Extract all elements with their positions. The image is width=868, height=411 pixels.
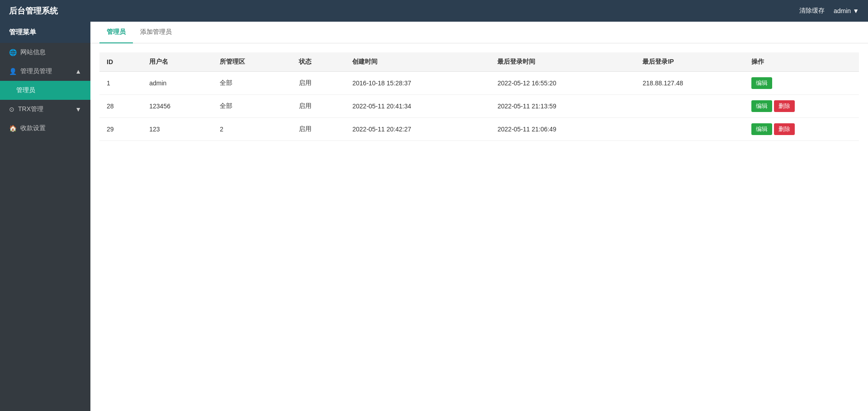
cell-created-time: 2022-05-11 20:42:27 bbox=[345, 118, 490, 141]
tabs: 管理员 添加管理员 bbox=[90, 22, 868, 43]
col-status: 状态 bbox=[292, 52, 345, 72]
cell-managed-area: 全部 bbox=[212, 72, 291, 95]
cell-status: 启用 bbox=[292, 95, 345, 118]
tab-add-admin[interactable]: 添加管理员 bbox=[133, 22, 179, 43]
sidebar-item-label: 管理员管理 bbox=[20, 67, 52, 75]
sidebar-item-label: 管理员 bbox=[16, 86, 35, 94]
cell-last-login-time: 2022-05-11 21:06:49 bbox=[490, 118, 635, 141]
cell-last-login-ip bbox=[635, 95, 744, 118]
cell-managed-area: 2 bbox=[212, 118, 291, 141]
dropdown-arrow-icon: ▼ bbox=[853, 7, 859, 14]
table-row: 1admin全部启用2016-10-18 15:28:372022-05-12 … bbox=[99, 72, 859, 95]
table-row: 291232启用2022-05-11 20:42:272022-05-11 21… bbox=[99, 118, 859, 141]
cell-username: admin bbox=[142, 72, 212, 95]
sidebar-item-website-info[interactable]: 🌐 网站信息 bbox=[0, 43, 90, 62]
col-created-time: 创建时间 bbox=[345, 52, 490, 72]
layout: 管理菜单 🌐 网站信息 👤 管理员管理 ▲ 管理员 ⊙ TRX管理 ▼ bbox=[0, 22, 868, 411]
app-title: 后台管理系统 bbox=[9, 5, 58, 16]
cell-operation: 编辑 bbox=[744, 72, 859, 95]
sidebar-item-trx-manage[interactable]: ⊙ TRX管理 ▼ bbox=[0, 100, 90, 119]
sidebar-item-label: 收款设置 bbox=[20, 124, 46, 132]
user-dropdown[interactable]: admin ▼ bbox=[834, 7, 859, 14]
edit-button[interactable]: 编辑 bbox=[751, 100, 772, 112]
cell-managed-area: 全部 bbox=[212, 95, 291, 118]
sidebar: 管理菜单 🌐 网站信息 👤 管理员管理 ▲ 管理员 ⊙ TRX管理 ▼ bbox=[0, 22, 90, 411]
col-last-login-time: 最后登录时间 bbox=[490, 52, 635, 72]
table-area: ID 用户名 所管理区 状态 创建时间 最后登录时间 最后登录IP 操作 1ad… bbox=[90, 43, 868, 150]
main-content: 管理员 添加管理员 ID 用户名 所管理区 状态 创建时间 最后登录时间 最后登… bbox=[90, 22, 868, 411]
delete-button[interactable]: 删除 bbox=[774, 123, 795, 135]
table-row: 28123456全部启用2022-05-11 20:41:342022-05-1… bbox=[99, 95, 859, 118]
cell-id: 28 bbox=[99, 95, 142, 118]
edit-button[interactable]: 编辑 bbox=[751, 123, 772, 135]
cell-last-login-time: 2022-05-11 21:13:59 bbox=[490, 95, 635, 118]
cell-status: 启用 bbox=[292, 72, 345, 95]
col-operation: 操作 bbox=[744, 52, 859, 72]
cell-created-time: 2016-10-18 15:28:37 bbox=[345, 72, 490, 95]
sidebar-item-label: TRX管理 bbox=[18, 105, 43, 113]
sidebar-item-admin[interactable]: 管理员 bbox=[0, 81, 90, 100]
admin-table: ID 用户名 所管理区 状态 创建时间 最后登录时间 最后登录IP 操作 1ad… bbox=[99, 52, 859, 141]
sidebar-item-payment-settings[interactable]: 🏠 收款设置 bbox=[0, 119, 90, 138]
edit-button[interactable]: 编辑 bbox=[751, 77, 772, 89]
cell-username: 123456 bbox=[142, 95, 212, 118]
col-id: ID bbox=[99, 52, 142, 72]
header: 后台管理系统 清除缓存 admin ▼ bbox=[0, 0, 868, 22]
cell-created-time: 2022-05-11 20:41:34 bbox=[345, 95, 490, 118]
globe-icon: 🌐 bbox=[9, 49, 17, 56]
cell-last-login-ip: 218.88.127.48 bbox=[635, 72, 744, 95]
username-label: admin bbox=[834, 7, 851, 14]
sidebar-item-admin-manage[interactable]: 👤 管理员管理 ▲ bbox=[0, 62, 90, 81]
chevron-up-icon: ▲ bbox=[75, 68, 81, 75]
cell-operation: 编辑删除 bbox=[744, 118, 859, 141]
cell-status: 启用 bbox=[292, 118, 345, 141]
cell-last-login-ip bbox=[635, 118, 744, 141]
clear-cache-button[interactable]: 清除缓存 bbox=[799, 7, 825, 15]
cell-id: 29 bbox=[99, 118, 142, 141]
cell-last-login-time: 2022-05-12 16:55:20 bbox=[490, 72, 635, 95]
header-right: 清除缓存 admin ▼ bbox=[799, 7, 859, 15]
trx-icon: ⊙ bbox=[9, 106, 14, 113]
cell-operation: 编辑删除 bbox=[744, 95, 859, 118]
cell-id: 1 bbox=[99, 72, 142, 95]
delete-button[interactable]: 删除 bbox=[774, 100, 795, 112]
home-icon: 🏠 bbox=[9, 125, 17, 132]
table-header-row: ID 用户名 所管理区 状态 创建时间 最后登录时间 最后登录IP 操作 bbox=[99, 52, 859, 72]
chevron-down-icon: ▼ bbox=[75, 106, 81, 113]
col-username: 用户名 bbox=[142, 52, 212, 72]
cell-username: 123 bbox=[142, 118, 212, 141]
sidebar-item-label: 网站信息 bbox=[20, 48, 46, 56]
col-last-login-ip: 最后登录IP bbox=[635, 52, 744, 72]
tab-admin-list[interactable]: 管理员 bbox=[99, 22, 133, 43]
col-managed-area: 所管理区 bbox=[212, 52, 291, 72]
user-icon: 👤 bbox=[9, 68, 17, 75]
sidebar-menu-label: 管理菜单 bbox=[0, 22, 90, 43]
